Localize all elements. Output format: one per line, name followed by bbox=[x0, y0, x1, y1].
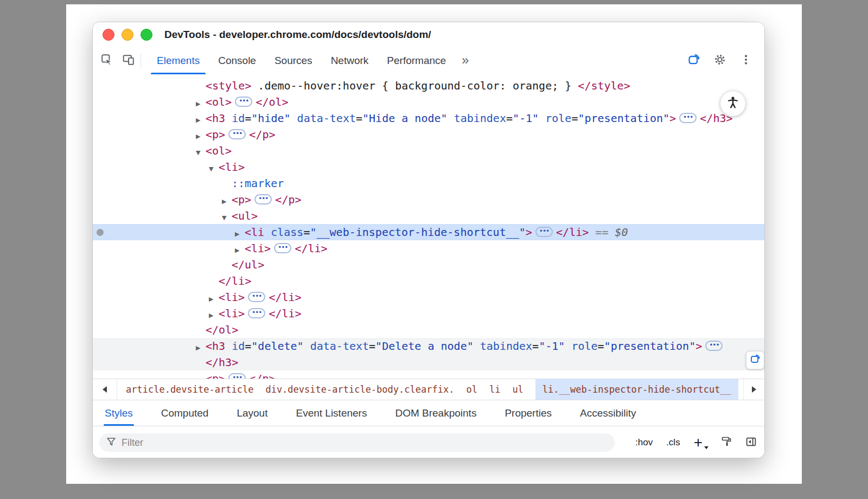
breadcrumb-item[interactable]: article.devsite-article bbox=[126, 379, 253, 400]
toolbar-divider bbox=[141, 54, 141, 68]
breadcrumb-item[interactable]: li.__web-inspector-hide-shortcut__ bbox=[535, 379, 738, 400]
breadcrumb-item[interactable]: ol bbox=[466, 379, 477, 400]
expand-children-button[interactable]: ••• bbox=[254, 194, 272, 204]
device-toolbar-button[interactable] bbox=[118, 50, 139, 72]
more-options-button[interactable] bbox=[735, 50, 757, 72]
plus-icon: + bbox=[694, 434, 703, 451]
breadcrumb-scroll-left-button[interactable] bbox=[93, 379, 117, 400]
accessibility-overlay-button[interactable] bbox=[720, 91, 745, 116]
expand-children-button[interactable]: ••• bbox=[274, 243, 291, 253]
code-attr: role bbox=[571, 340, 597, 353]
code-plain bbox=[225, 112, 232, 125]
code-tag: <li> bbox=[219, 291, 245, 304]
floating-screencast-button[interactable] bbox=[746, 351, 764, 369]
close-window-button[interactable] bbox=[103, 29, 114, 41]
panel-tab-console[interactable]: Console bbox=[209, 47, 265, 74]
tree-row[interactable]: </li> bbox=[93, 273, 764, 289]
panel-tab-network[interactable]: Network bbox=[322, 47, 378, 74]
sidebar-tab-label: Layout bbox=[237, 407, 267, 419]
sidebar-tab-computed[interactable]: Computed bbox=[160, 400, 210, 426]
settings-button[interactable] bbox=[709, 50, 731, 72]
panel-tab-sources[interactable]: Sources bbox=[265, 47, 322, 74]
code-plain bbox=[448, 112, 454, 125]
tree-row[interactable]: ▶<li class="__web-inspector-hide-shortcu… bbox=[93, 224, 764, 240]
code-tag: <li> bbox=[245, 242, 271, 255]
code-plain bbox=[539, 112, 545, 125]
code-val: "__web-inspector-hide-shortcut__" bbox=[310, 226, 525, 239]
tree-row[interactable]: ▼<ol> bbox=[93, 143, 764, 159]
tree-row[interactable]: </ul> bbox=[93, 257, 764, 273]
sidebar-tab-accessibility[interactable]: Accessibility bbox=[579, 400, 637, 426]
code-plain: = bbox=[598, 340, 604, 353]
screencast-toggle-button[interactable] bbox=[683, 50, 705, 72]
tree-row[interactable]: ▶<p>•••</p> bbox=[93, 126, 764, 143]
expand-children-button[interactable]: ••• bbox=[248, 292, 265, 302]
tree-row[interactable]: </h3> bbox=[93, 354, 764, 370]
expand-children-button[interactable]: ••• bbox=[235, 97, 252, 107]
minimize-window-button[interactable] bbox=[122, 29, 133, 41]
code-plain: = bbox=[532, 340, 539, 353]
expand-arrow-icon[interactable]: ▶ bbox=[196, 373, 206, 379]
zoom-window-button[interactable] bbox=[141, 29, 152, 41]
rendering-emulations-button[interactable] bbox=[721, 436, 732, 449]
sidebar-tab-properties[interactable]: Properties bbox=[503, 400, 553, 426]
code-tag: <ul> bbox=[232, 209, 258, 222]
tree-row[interactable]: ::marker bbox=[93, 175, 764, 191]
code-tag: </p> bbox=[249, 128, 275, 141]
code-tag: > bbox=[526, 226, 532, 239]
code-tag: </li> bbox=[269, 291, 301, 304]
tree-row[interactable]: ▶<li>•••</li> bbox=[93, 240, 764, 257]
new-style-rule-button[interactable]: + bbox=[694, 435, 707, 450]
more-panels-button[interactable]: » bbox=[455, 53, 475, 68]
tree-row[interactable]: ▼<li> bbox=[93, 159, 764, 175]
toggle-element-state-button[interactable]: :hov bbox=[635, 437, 653, 448]
tree-row[interactable]: ▶<h3 id="delete" data-text="Delete a nod… bbox=[93, 338, 764, 354]
breadcrumb-scroll-right-button[interactable] bbox=[743, 379, 764, 400]
code-plain: = bbox=[369, 340, 375, 353]
code-attr: class bbox=[271, 226, 303, 239]
tree-row[interactable]: </ol> bbox=[93, 322, 764, 338]
tree-row[interactable]: ▶<p>•••</p> bbox=[93, 191, 764, 208]
code-tag: <li bbox=[245, 226, 264, 239]
code-tag: </p> bbox=[275, 193, 301, 206]
code-attr: role bbox=[545, 112, 571, 125]
code-plain bbox=[291, 112, 297, 125]
tree-row[interactable]: ▶<p>•••</p> bbox=[93, 370, 764, 379]
sidebar-tab-event-listeners[interactable]: Event Listeners bbox=[295, 400, 368, 426]
tree-row[interactable]: ▼<ul> bbox=[93, 208, 764, 224]
tree-row[interactable]: ▶<ol>•••</ol> bbox=[93, 94, 764, 110]
toggle-class-button[interactable]: .cls bbox=[666, 437, 680, 448]
code-plain bbox=[304, 340, 310, 353]
code-tag: > bbox=[695, 340, 702, 353]
sidebar-tab-styles[interactable]: Styles bbox=[104, 400, 134, 426]
code-plain: = bbox=[356, 112, 362, 125]
tree-row[interactable]: <style> .demo--hover:hover { background-… bbox=[93, 78, 764, 94]
sidebar-tab-dom-breakpoints[interactable]: DOM Breakpoints bbox=[394, 400, 477, 426]
expand-children-button[interactable]: ••• bbox=[679, 113, 697, 123]
code-attr: tabindex bbox=[480, 340, 532, 353]
code-plain: = bbox=[303, 226, 310, 239]
expand-children-button[interactable]: ••• bbox=[705, 341, 723, 351]
inspect-element-button[interactable] bbox=[96, 50, 118, 72]
left-arrow-icon bbox=[103, 386, 107, 393]
panel-tab-performance[interactable]: Performance bbox=[378, 47, 455, 74]
code-tag: </li> bbox=[295, 242, 327, 255]
breadcrumb-item[interactable]: li bbox=[489, 379, 500, 400]
breadcrumb-item[interactable]: ul bbox=[512, 379, 523, 400]
computed-sidebar-toggle-button[interactable] bbox=[745, 436, 757, 450]
panel-tab-elements[interactable]: Elements bbox=[148, 47, 209, 74]
sidebar-tab-label: Event Listeners bbox=[296, 407, 367, 419]
panel-tab-label: Console bbox=[218, 55, 256, 67]
sidebar-tab-layout[interactable]: Layout bbox=[235, 400, 269, 426]
breadcrumb-item[interactable]: div.devsite-article-body.clearfix. bbox=[265, 379, 454, 400]
expand-children-button[interactable]: ••• bbox=[535, 227, 553, 237]
expand-children-button[interactable]: ••• bbox=[248, 308, 265, 318]
tree-row[interactable]: ▶<li>•••</li> bbox=[93, 289, 764, 305]
styles-filter-input[interactable]: Filter bbox=[99, 433, 615, 452]
expand-children-button[interactable]: ••• bbox=[228, 129, 246, 139]
tree-row[interactable]: ▶<li>•••</li> bbox=[93, 305, 764, 322]
sidebar-panel-icon bbox=[745, 440, 757, 449]
tree-row[interactable]: ▶<h3 id="hide" data-text="Hide a node" t… bbox=[93, 110, 764, 126]
expand-children-button[interactable]: ••• bbox=[228, 373, 246, 379]
filter-placeholder: Filter bbox=[122, 437, 143, 449]
